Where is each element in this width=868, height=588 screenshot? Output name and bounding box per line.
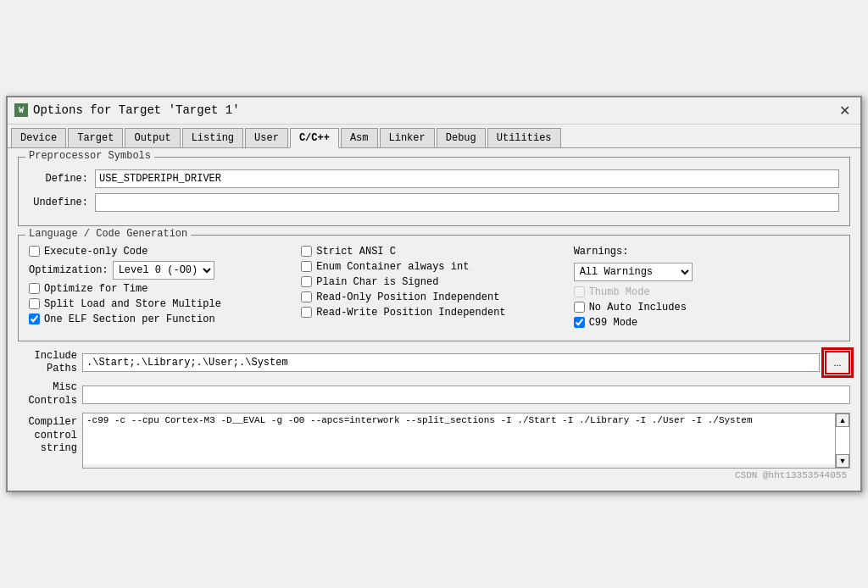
- tab-device[interactable]: Device: [11, 128, 66, 147]
- compiler-control-section: Compilercontrolstring -c99 -c --cpu Cort…: [18, 413, 850, 469]
- strict-ansi-row: Strict ANSI C: [301, 246, 566, 258]
- read-only-row: Read-Only Position Independent: [301, 291, 566, 303]
- execute-only-checkbox[interactable]: [29, 246, 40, 257]
- include-paths-input[interactable]: [82, 353, 820, 372]
- preprocessor-group-label: Preprocessor Symbols: [25, 150, 154, 162]
- enum-container-label: Enum Container always int: [316, 261, 469, 273]
- no-auto-includes-checkbox[interactable]: [574, 302, 585, 313]
- define-row: Define:: [29, 169, 839, 188]
- warnings-section: Warnings: All Warnings No Warnings Misra…: [574, 246, 839, 281]
- warnings-select[interactable]: All Warnings No Warnings Misra Warnings: [574, 263, 693, 281]
- split-load-checkbox[interactable]: [29, 298, 40, 309]
- optimize-time-label: Optimize for Time: [44, 283, 147, 295]
- plain-char-checkbox[interactable]: [301, 276, 312, 287]
- compiler-control-container: -c99 -c --cpu Cortex-M3 -D__EVAL -g -O0 …: [82, 413, 850, 469]
- title-bar: W Options for Target 'Target 1' ✕: [8, 97, 860, 125]
- strict-ansi-label: Strict ANSI C: [316, 246, 396, 258]
- watermark: CSDN @hht13353544055: [18, 469, 850, 482]
- c99-mode-row: C99 Mode: [574, 317, 839, 329]
- no-auto-includes-label: No Auto Includes: [589, 302, 687, 313]
- warnings-label: Warnings:: [574, 246, 839, 258]
- col2: Strict ANSI C Enum Container always int …: [301, 246, 566, 332]
- close-button[interactable]: ✕: [836, 103, 854, 119]
- c99-mode-checkbox[interactable]: [574, 317, 585, 328]
- read-write-label: Read-Write Position Independent: [316, 307, 505, 319]
- tab-target[interactable]: Target: [68, 128, 123, 147]
- execute-only-row: Execute-only Code: [29, 246, 294, 258]
- dialog: W Options for Target 'Target 1' ✕ Device…: [6, 96, 862, 492]
- no-auto-includes-row: No Auto Includes: [574, 302, 839, 313]
- optimize-time-row: Optimize for Time: [29, 283, 294, 295]
- split-load-row: Split Load and Store Multiple: [29, 298, 294, 310]
- scroll-up-button[interactable]: ▲: [836, 413, 849, 427]
- include-paths-row: IncludePaths ...: [18, 350, 850, 376]
- dialog-title: Options for Target 'Target 1': [33, 103, 240, 117]
- split-load-label: Split Load and Store Multiple: [44, 298, 221, 310]
- misc-controls-label: MiscControls: [18, 381, 77, 408]
- thumb-mode-row: Thumb Mode: [574, 286, 839, 298]
- read-only-label: Read-Only Position Independent: [316, 291, 499, 303]
- strict-ansi-checkbox[interactable]: [301, 246, 312, 257]
- main-content: Preprocessor Symbols Define: Undefine: L…: [8, 148, 860, 491]
- one-elf-checkbox[interactable]: [29, 313, 40, 325]
- one-elf-row: One ELF Section per Function: [29, 313, 294, 325]
- read-write-row: Read-Write Position Independent: [301, 307, 566, 319]
- undefine-row: Undefine:: [29, 193, 839, 212]
- optimization-row: Optimization: Level 0 (-O0) Level 1 (-O1…: [29, 261, 294, 280]
- define-input[interactable]: [95, 169, 839, 188]
- plain-char-row: Plain Char is Signed: [301, 276, 566, 288]
- language-group-label: Language / Code Generation: [25, 228, 191, 240]
- execute-only-label: Execute-only Code: [44, 246, 147, 258]
- col3: Warnings: All Warnings No Warnings Misra…: [574, 246, 839, 332]
- misc-controls-input[interactable]: [82, 386, 850, 404]
- tab-linker[interactable]: Linker: [380, 128, 435, 147]
- optimization-label: Optimization:: [29, 264, 108, 276]
- scroll-down-button[interactable]: ▼: [836, 454, 849, 468]
- define-label: Define:: [29, 173, 88, 185]
- tab-debug[interactable]: Debug: [437, 128, 486, 147]
- include-paths-label: IncludePaths: [18, 350, 77, 376]
- read-only-checkbox[interactable]: [301, 291, 312, 302]
- title-bar-left: W Options for Target 'Target 1': [14, 103, 240, 117]
- enum-container-checkbox[interactable]: [301, 261, 312, 272]
- compiler-control-textarea[interactable]: -c99 -c --cpu Cortex-M3 -D__EVAL -g -O0 …: [83, 413, 849, 464]
- include-browse-button[interactable]: ...: [825, 351, 850, 374]
- misc-controls-row: MiscControls: [18, 381, 850, 408]
- tab-asm[interactable]: Asm: [341, 128, 378, 147]
- app-icon: W: [14, 103, 28, 117]
- thumb-mode-label: Thumb Mode: [589, 286, 650, 298]
- one-elf-label: One ELF Section per Function: [44, 313, 215, 325]
- tab-bar: Device Target Output Listing User C/C++ …: [8, 125, 860, 148]
- language-group: Language / Code Generation Execute-only …: [18, 235, 850, 341]
- enum-container-row: Enum Container always int: [301, 261, 566, 273]
- read-write-checkbox[interactable]: [301, 307, 312, 318]
- undefine-input[interactable]: [95, 193, 839, 212]
- optimize-time-checkbox[interactable]: [29, 283, 40, 294]
- compiler-scrollbar: ▲ ▼: [835, 413, 849, 468]
- compiler-control-label: Compilercontrolstring: [18, 413, 77, 456]
- preprocessor-group: Preprocessor Symbols Define: Undefine:: [18, 157, 850, 226]
- optimization-select[interactable]: Level 0 (-O0) Level 1 (-O1) Level 2 (-O2…: [113, 261, 214, 280]
- col1: Execute-only Code Optimization: Level 0 …: [29, 246, 294, 332]
- thumb-mode-checkbox[interactable]: [574, 286, 585, 297]
- undefine-label: Undefine:: [29, 197, 88, 208]
- tab-utilities[interactable]: Utilities: [487, 128, 561, 147]
- tab-cpp[interactable]: C/C++: [290, 128, 339, 148]
- tab-output[interactable]: Output: [125, 128, 180, 147]
- tab-user[interactable]: User: [245, 128, 288, 147]
- c99-mode-label: C99 Mode: [589, 317, 638, 329]
- plain-char-label: Plain Char is Signed: [316, 276, 438, 288]
- tab-listing[interactable]: Listing: [182, 128, 243, 147]
